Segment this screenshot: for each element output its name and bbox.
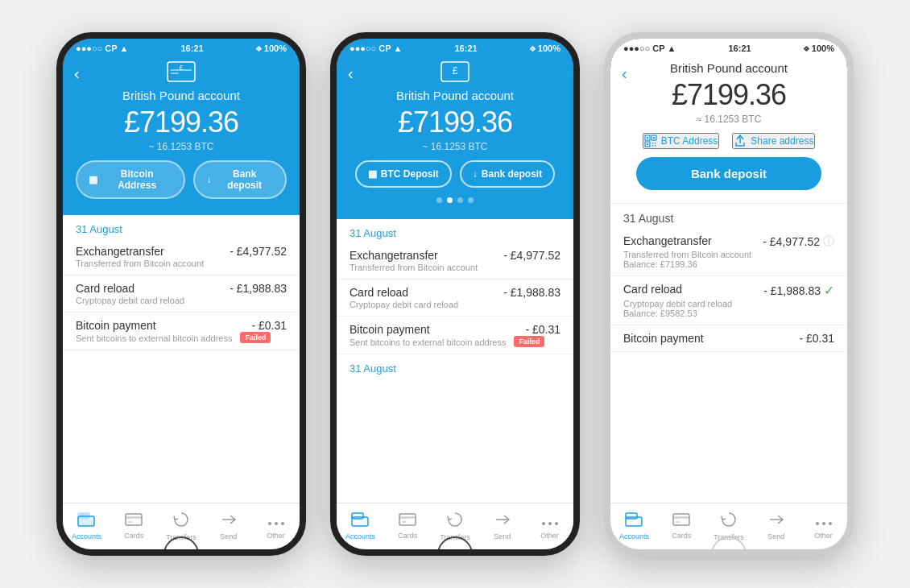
nav-send-3[interactable]: Send <box>752 512 800 540</box>
transaction-item-2-0[interactable]: Exchangetransfer - £4,977.52 Transferred… <box>337 242 573 280</box>
status-bar-3: ●●●○○ CP ▲ 16:21 ⎆ 100% <box>610 39 847 56</box>
status-right-2: ⎆ 100% <box>530 43 560 53</box>
svg-rect-18 <box>399 514 416 525</box>
transaction-amount-1-0: - £4,977.52 <box>230 245 287 258</box>
svg-rect-33 <box>652 145 654 147</box>
bank-deposit-button-3[interactable]: Bank deposit <box>636 157 821 190</box>
transaction-item-3-2[interactable]: Bitcoin payment - £0.31 <box>610 325 847 352</box>
transfers-icon-3 <box>721 511 737 532</box>
svg-rect-16 <box>352 513 363 519</box>
white-action-buttons-3: BTC Address Share address <box>623 133 834 149</box>
other-icon-2 <box>541 513 559 530</box>
back-button-1[interactable]: ‹ <box>74 64 80 83</box>
action-buttons-2: ▦ BTC Deposit ↓ Bank deposit <box>350 160 560 188</box>
status-left-1: ●●●○○ CP ▲ <box>76 43 128 53</box>
transaction-item-3-1[interactable]: Card reload - £1,988.83 ✓ Cryptopay debi… <box>610 276 847 325</box>
nav-other-2[interactable]: Other <box>526 513 573 540</box>
transaction-name-1-1: Card reload <box>76 282 134 295</box>
bank-deposit-button-2[interactable]: ↓ Bank deposit <box>460 160 555 188</box>
transaction-sub-2-2: Sent bitcoins to external bitcoin addres… <box>350 337 506 347</box>
nav-send-2[interactable]: Send <box>478 512 526 540</box>
svg-rect-38 <box>673 516 689 519</box>
transaction-item-2-1[interactable]: Card reload - £1,988.83 Cryptopay debit … <box>337 280 573 317</box>
transaction-sub-1-0: Transferred from Bitcoin account <box>76 259 287 268</box>
section-date-2-1: 31 August <box>337 354 573 378</box>
transfers-icon-1 <box>173 511 189 532</box>
nav-cards-label-2: Cards <box>398 532 417 540</box>
transaction-name-2-2: Bitcoin payment <box>350 323 430 336</box>
transaction-sub-2-1: Cryptopay debit card reload <box>350 300 560 309</box>
transaction-item-1-1[interactable]: Card reload - £1,988.83 Cryptopay debit … <box>63 275 300 313</box>
svg-rect-19 <box>399 516 416 519</box>
svg-text:£: £ <box>453 65 458 77</box>
account-title-3: British Pound account <box>623 61 834 75</box>
svg-rect-30 <box>647 143 648 145</box>
transaction-sub-3-0: Transferred from Bitcoin account <box>623 250 834 259</box>
nav-other-label-2: Other <box>540 532 559 540</box>
transaction-item-2-2[interactable]: Bitcoin payment - £0.31 Sent bitcoins to… <box>337 317 573 354</box>
transactions-2: 31 August Exchangetransfer - £4,977.52 T… <box>337 219 573 549</box>
svg-point-23 <box>548 522 552 525</box>
transaction-item-1-0[interactable]: Exchangetransfer - £4,977.52 Transferred… <box>63 238 300 275</box>
svg-point-43 <box>829 522 832 525</box>
bank-deposit-button-1[interactable]: ↓ Bank deposit <box>193 160 287 199</box>
svg-rect-29 <box>653 137 655 139</box>
balance-btc-1: ~ 16.1253 BTC <box>76 141 287 152</box>
phone-1-screen: ●●●○○ CP ▲ 16:21 ⎆ 100% ‹ £ British <box>63 39 300 549</box>
transaction-amount-1-2: - £0.31 <box>251 319 287 332</box>
btc-deposit-label-2: BTC Deposit <box>381 168 439 180</box>
nav-send-1[interactable]: Send <box>205 512 252 540</box>
bank-deposit-label-2: Bank deposit <box>482 168 542 180</box>
header-2: ‹ £ British Pound account £7199.36 ~ 16.… <box>337 56 573 219</box>
cards-icon-2 <box>399 513 416 530</box>
btc-address-button-3[interactable]: BTC Address <box>643 133 720 149</box>
nav-accounts-label-1: Accounts <box>72 532 101 540</box>
nav-other-3[interactable]: Other <box>800 513 847 540</box>
nav-other-1[interactable]: Other <box>252 513 300 540</box>
transaction-name-1-0: Exchangetransfer <box>76 245 164 258</box>
transaction-sub-3-1: Cryptopay debit card reload <box>623 299 834 308</box>
transaction-amount-3-2: - £0.31 <box>799 332 834 345</box>
nav-accounts-2[interactable]: Accounts <box>337 512 384 540</box>
transaction-amount-2-1: - £1,988.83 <box>503 286 560 299</box>
back-button-2[interactable]: ‹ <box>348 64 354 83</box>
down-icon-2: ↓ <box>473 168 478 180</box>
nav-cards-2[interactable]: Cards <box>384 513 432 540</box>
svg-rect-37 <box>673 514 689 525</box>
svg-point-24 <box>555 522 558 525</box>
phone-2-screen: ●●●○○ CP ▲ 16:21 ⎆ 100% ‹ £ British Poun… <box>337 39 573 549</box>
dot-2-0 <box>436 197 442 203</box>
phones-container: ●●●○○ CP ▲ 16:21 ⎆ 100% ‹ £ British <box>40 16 870 572</box>
balance-btc-3: ≈ 16.1253 BTC <box>623 114 834 125</box>
transaction-item-3-0[interactable]: Exchangetransfer - £4,977.52 ⓘ Transferr… <box>610 228 847 276</box>
btc-address-button-1[interactable]: ▦ Bitcoin Address <box>76 160 185 199</box>
share-address-button-3[interactable]: Share address <box>732 133 815 149</box>
transaction-name-2-1: Card reload <box>350 286 408 299</box>
nav-cards-label-1: Cards <box>124 532 143 540</box>
nav-accounts-1[interactable]: Accounts <box>63 512 110 540</box>
account-title-2: British Pound account <box>350 89 560 102</box>
transaction-sub-2-0: Transferred from Bitcoin account <box>350 263 560 272</box>
nav-send-label-3: Send <box>767 532 784 540</box>
failed-badge-1-2: Failed <box>240 332 271 343</box>
nav-cards-1[interactable]: Cards <box>110 513 158 540</box>
nav-cards-3[interactable]: Cards <box>658 513 705 540</box>
phone-1: ●●●○○ CP ▲ 16:21 ⎆ 100% ‹ £ British <box>56 32 306 556</box>
back-button-3[interactable]: ‹ <box>622 64 627 83</box>
svg-text:£: £ <box>179 64 183 72</box>
transaction-name-1-2: Bitcoin payment <box>76 319 156 332</box>
transaction-amount-2-2: - £0.31 <box>525 323 560 336</box>
nav-accounts-3[interactable]: Accounts <box>610 512 658 540</box>
svg-rect-28 <box>647 137 648 139</box>
header-3: ‹ British Pound account £7199.36 ≈ 16.12… <box>610 56 847 204</box>
status-info-icon-3-0: ⓘ <box>823 234 834 249</box>
transactions-3: 31 August Exchangetransfer - £4,977.52 ⓘ… <box>610 204 847 549</box>
qr-icon-2: ▦ <box>368 168 377 180</box>
btc-deposit-button-2[interactable]: ▦ BTC Deposit <box>355 160 452 188</box>
svg-point-11 <box>268 522 271 525</box>
other-icon-1 <box>267 513 285 530</box>
send-icon-1 <box>221 512 237 531</box>
accounts-icon-3 <box>625 512 643 531</box>
transaction-item-1-2[interactable]: Bitcoin payment - £0.31 Sent bitcoins to… <box>63 313 300 350</box>
failed-badge-2-2: Failed <box>514 336 544 347</box>
